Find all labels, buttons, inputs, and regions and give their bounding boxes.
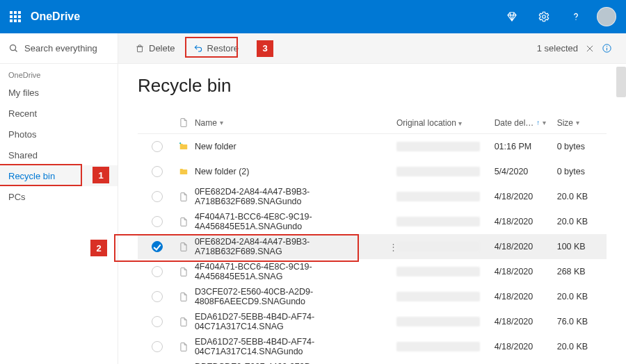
- table-row[interactable]: 0FE682D4-2A84-4A47-B9B3-A718B632F689.SNA…: [138, 234, 607, 259]
- table-row[interactable]: ✦New folder01:16 PM0 bytes⋮: [138, 134, 607, 159]
- deleted-date: 4/18/2020: [495, 192, 533, 201]
- file-name: EDA61D27-5EBB-4B4D-AF74-04C71A317C14.SNA…: [195, 312, 396, 331]
- close-icon[interactable]: [585, 44, 595, 53]
- restore-label: Restore: [207, 43, 239, 53]
- sidebar-item-label: PCs: [8, 192, 26, 202]
- sort-asc-icon: ↑: [536, 119, 540, 126]
- table-header: Name▾ Original location ▾ Date del…↑▾ Si…: [138, 112, 607, 134]
- sidebar: Search everything OneDrive My files Rece…: [0, 33, 118, 364]
- file-size: 268 KB: [557, 267, 586, 276]
- restore-button[interactable]: Restore: [191, 42, 242, 55]
- table-row[interactable]: DBEBCDE0-E007-4460-979D-CCBEEBC51483.SNA…: [138, 359, 607, 364]
- table-row[interactable]: 4F404A71-BCC6-4E8C-9C19-4A456845E51A.SNA…: [138, 209, 607, 234]
- main-panel: Delete Restore 3 1 selected Recycle bin: [118, 33, 626, 364]
- svg-point-2: [10, 45, 16, 51]
- gear-icon[interactable]: [533, 6, 555, 28]
- svg-line-3: [15, 50, 17, 52]
- sidebar-item-photos[interactable]: Photos: [0, 124, 118, 144]
- file-size: 20.0 KB: [557, 342, 588, 351]
- search-input[interactable]: Search everything: [0, 33, 118, 64]
- file-size: 20.0 KB: [557, 292, 588, 301]
- table-row[interactable]: 4F404A71-BCC6-4E8C-9C19-4A456845E51A.SNA…: [138, 259, 607, 284]
- svg-point-9: [607, 46, 607, 47]
- row-checkbox[interactable]: [152, 341, 163, 352]
- column-header-location[interactable]: Original location ▾: [396, 118, 495, 128]
- annotation-callout-1: 1: [93, 167, 109, 183]
- file-name: 4F404A71-BCC6-4E8C-9C19-4A456845E51A.SNA…: [195, 262, 396, 281]
- table-row[interactable]: EDA61D27-5EBB-4B4D-AF74-04C71A317C14.SNA…: [138, 309, 607, 334]
- info-icon[interactable]: [602, 43, 612, 53]
- table-row[interactable]: New folder (2)5/4/20200 bytes⋮: [138, 159, 607, 184]
- file-icon: [172, 291, 195, 303]
- sidebar-item-shared[interactable]: Shared: [0, 144, 118, 165]
- file-size: 76.0 KB: [557, 317, 588, 326]
- row-checkbox[interactable]: [152, 141, 163, 152]
- column-header-date[interactable]: Date del…↑▾: [495, 118, 557, 128]
- table-row[interactable]: 0FE682D4-2A84-4A47-B9B3-A718B632F689.SNA…: [138, 184, 607, 209]
- sidebar-item-myfiles[interactable]: My files: [0, 82, 118, 103]
- original-location: [396, 242, 480, 251]
- row-checkbox[interactable]: [152, 216, 163, 227]
- scrollbar-thumb[interactable]: [616, 67, 626, 97]
- column-label: Original location: [396, 118, 456, 128]
- chevron-down-icon: ▾: [458, 119, 462, 127]
- row-checkbox[interactable]: [152, 166, 163, 177]
- sidebar-item-label: Recycle bin: [8, 171, 55, 181]
- file-name: 0FE682D4-2A84-4A47-B9B3-A718B632F689.SNA…: [195, 187, 396, 206]
- table-row[interactable]: EDA61D27-5EBB-4B4D-AF74-04C71A317C14.SNA…: [138, 334, 607, 359]
- undo-icon: [193, 44, 203, 53]
- file-name: EDA61D27-5EBB-4B4D-AF74-04C71A317C14.SNA…: [195, 337, 396, 356]
- deleted-date: 4/18/2020: [495, 317, 533, 326]
- row-checkbox[interactable]: [152, 266, 163, 277]
- column-label: Date del…: [495, 118, 534, 128]
- file-size: 0 bytes: [557, 142, 585, 151]
- file-size: 100 KB: [557, 242, 586, 251]
- file-icon: [172, 316, 195, 328]
- row-checkbox[interactable]: [152, 241, 163, 252]
- file-icon: [172, 266, 195, 278]
- selection-count: 1 selected: [537, 43, 578, 53]
- annotation-callout-3: 3: [257, 40, 273, 57]
- original-location: [396, 167, 480, 176]
- app-launcher-icon[interactable]: [10, 11, 21, 22]
- premium-icon[interactable]: [501, 6, 523, 28]
- sidebar-item-label: Photos: [8, 129, 36, 140]
- file-name: 4F404A71-BCC6-4E8C-9C19-4A456845E51A.SNA…: [195, 212, 396, 231]
- row-checkbox[interactable]: [152, 316, 163, 327]
- column-label: Size: [557, 118, 573, 128]
- svg-text:✦: ✦: [179, 142, 182, 145]
- original-location: [396, 267, 480, 276]
- more-icon[interactable]: ⋮: [389, 242, 398, 252]
- svg-point-0: [543, 15, 546, 19]
- page-content: Recycle bin Name▾ Original location ▾ Da…: [118, 64, 626, 364]
- app-title: OneDrive: [31, 10, 80, 23]
- sidebar-item-label: My files: [8, 88, 39, 98]
- sidebar-item-recent[interactable]: Recent: [0, 103, 118, 124]
- file-icon: [172, 241, 195, 253]
- column-label: Name: [195, 118, 217, 128]
- row-checkbox[interactable]: [152, 191, 163, 202]
- file-type-icon[interactable]: [179, 117, 188, 129]
- folder-icon: [172, 167, 195, 176]
- delete-button[interactable]: Delete: [132, 42, 178, 55]
- deleted-date: 4/18/2020: [495, 217, 533, 226]
- deleted-date: 4/18/2020: [495, 342, 533, 351]
- original-location: [396, 342, 480, 351]
- table-row[interactable]: D3CFE072-E560-40CB-A2D9-4808F6AEECD9.SNA…: [138, 284, 607, 309]
- sidebar-item-pcs[interactable]: PCs: [0, 186, 118, 207]
- deleted-date: 4/18/2020: [495, 292, 533, 301]
- row-checkbox[interactable]: [152, 291, 163, 302]
- file-icon: [172, 191, 195, 203]
- search-placeholder: Search everything: [24, 43, 97, 53]
- file-size: 20.0 KB: [557, 217, 588, 226]
- delete-label: Delete: [149, 43, 175, 53]
- column-header-name[interactable]: Name▾: [195, 118, 396, 128]
- avatar[interactable]: [597, 7, 616, 26]
- deleted-date: 01:16 PM: [495, 142, 532, 151]
- svg-point-1: [575, 19, 576, 19]
- help-icon[interactable]: [565, 6, 587, 28]
- column-header-size[interactable]: Size ▾: [557, 118, 607, 128]
- sidebar-section-label: OneDrive: [0, 64, 118, 82]
- deleted-date: 5/4/2020: [495, 167, 529, 176]
- original-location: [396, 192, 480, 201]
